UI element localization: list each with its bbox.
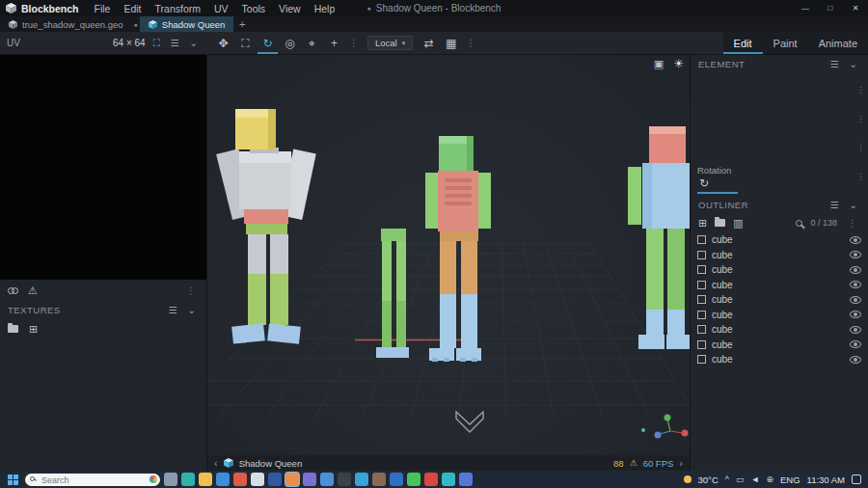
start-button[interactable] xyxy=(4,472,21,487)
menu-view[interactable]: View xyxy=(272,3,308,14)
taskbar-search[interactable] xyxy=(25,474,160,486)
taskbar-app-icon[interactable] xyxy=(164,473,177,486)
uv-warning-icon[interactable]: ⚠ xyxy=(28,285,38,296)
taskbar-app-icon[interactable] xyxy=(233,473,247,486)
model-right-character[interactable] xyxy=(628,126,690,349)
outliner-cube-row[interactable]: cube xyxy=(691,262,868,278)
move-tool[interactable]: ✥ xyxy=(213,33,233,54)
rotate-tool-button[interactable]: ↻ xyxy=(697,177,738,194)
taskbar-app-icon[interactable] xyxy=(372,473,386,486)
minimize-button[interactable]: — xyxy=(793,0,818,16)
menu-edit[interactable]: Edit xyxy=(117,3,148,14)
taskbar-app-icon[interactable] xyxy=(338,473,351,486)
visibility-eye-icon[interactable] xyxy=(850,236,861,244)
toolbar-customize-icon[interactable]: ⋮ xyxy=(346,38,362,48)
outliner-panel-menu-icon[interactable]: ☰ xyxy=(827,200,842,210)
outliner-cube-row[interactable]: cube xyxy=(691,322,868,338)
breadcrumb-forward-icon[interactable]: › xyxy=(679,458,683,469)
menu-tools[interactable]: Tools xyxy=(235,3,273,14)
taskbar-app-icon[interactable] xyxy=(442,473,455,486)
resize-tool[interactable]: ⛶ xyxy=(235,33,256,54)
breadcrumb-back-icon[interactable]: ‹ xyxy=(214,458,218,469)
taskbar-app-icon[interactable] xyxy=(216,473,230,486)
visibility-eye-icon[interactable] xyxy=(850,251,861,258)
uv-panel-collapse-icon[interactable]: ⌄ xyxy=(187,38,201,48)
slider-drag-handle-icon[interactable]: ⋮ xyxy=(856,115,865,123)
toolbar-overflow-icon[interactable]: ⋮ xyxy=(463,38,478,48)
uv-size-value[interactable]: 64 × 64 xyxy=(113,38,146,48)
add-group-icon[interactable] xyxy=(715,219,725,227)
outliner-view-toggle-icon[interactable]: ▥ xyxy=(733,218,743,229)
menu-transform[interactable]: Transform xyxy=(149,3,207,14)
taskbar-app-icon[interactable] xyxy=(303,473,316,486)
maximize-button[interactable]: □ xyxy=(818,0,843,16)
mirror-tool[interactable]: ⇄ xyxy=(419,33,439,54)
warning-count[interactable]: 88 xyxy=(613,458,624,469)
outliner-panel-collapse-icon[interactable]: ⌄ xyxy=(847,200,860,210)
taskbar-app-icon[interactable] xyxy=(390,473,403,486)
outliner-cube-row[interactable]: cube xyxy=(691,278,868,293)
network-icon[interactable]: ⊕ xyxy=(766,475,773,484)
outliner-cube-row[interactable]: cube xyxy=(691,308,868,323)
search-icon[interactable] xyxy=(796,220,802,227)
display-icon[interactable]: ▭ xyxy=(736,475,745,484)
visibility-eye-icon[interactable] xyxy=(850,356,861,364)
taskbar-app-icon[interactable] xyxy=(285,473,299,486)
element-panel-collapse-icon[interactable]: ⌄ xyxy=(847,59,860,69)
weather-sun-icon[interactable] xyxy=(684,475,692,483)
model-middle-character[interactable] xyxy=(425,136,491,362)
rotate-tool[interactable]: ↻ xyxy=(258,33,278,54)
menu-help[interactable]: Help xyxy=(308,3,342,14)
tab-shadow-queen[interactable]: Shadow Queen xyxy=(140,16,234,32)
uv-panel-menu-icon[interactable]: ☰ xyxy=(168,38,182,48)
new-tab-button[interactable]: + xyxy=(233,16,251,32)
outliner-overflow-icon[interactable]: ⋮ xyxy=(845,218,860,229)
visibility-eye-icon[interactable] xyxy=(850,311,861,318)
taskbar-app-icon[interactable] xyxy=(320,473,334,486)
grid-toggle-tool[interactable]: ▦ xyxy=(441,33,461,54)
tab-edit-mode[interactable]: Edit xyxy=(723,32,763,54)
taskbar-app-icon[interactable] xyxy=(355,473,368,486)
slider-drag-handle-icon[interactable]: ⋮ xyxy=(856,144,865,152)
slider-drag-handle-icon[interactable]: ⋮ xyxy=(856,173,865,181)
taskbar-app-icon[interactable] xyxy=(268,473,282,486)
pivot-tool[interactable]: ◎ xyxy=(280,33,300,54)
taskbar-app-icon[interactable] xyxy=(459,473,473,486)
outliner-cube-row[interactable]: cube xyxy=(691,232,868,248)
textures-panel-menu-icon[interactable]: ☰ xyxy=(166,305,180,315)
create-texture-icon[interactable]: ⊞ xyxy=(29,324,38,335)
visibility-eye-icon[interactable] xyxy=(850,326,861,334)
add-cube-icon[interactable]: ⊞ xyxy=(698,218,707,229)
transform-space-dropdown[interactable]: Local ▾ xyxy=(367,36,413,50)
outliner-cube-row[interactable]: cube xyxy=(691,292,868,308)
search-input[interactable] xyxy=(25,474,160,486)
lighting-sun-icon[interactable]: ☀ xyxy=(673,58,684,69)
textures-panel-collapse-icon[interactable]: ⌄ xyxy=(185,305,199,315)
tab-true-shadow-queen-geo[interactable]: true_shadow_queen.geo xyxy=(0,16,132,32)
tab-animate-mode[interactable]: Animate xyxy=(808,32,868,54)
import-texture-icon[interactable] xyxy=(8,325,18,333)
axis-gizmo[interactable] xyxy=(641,415,689,439)
model-left-character[interactable] xyxy=(216,109,316,344)
uv-editor-canvas[interactable] xyxy=(0,55,206,280)
screenshot-icon[interactable]: ▣ xyxy=(654,59,664,69)
hidden-icons-caret[interactable]: ^ xyxy=(725,474,729,484)
menu-uv[interactable]: UV xyxy=(207,3,235,14)
taskbar-app-icon[interactable] xyxy=(251,473,264,486)
visibility-eye-icon[interactable] xyxy=(850,296,861,304)
taskbar-app-icon[interactable] xyxy=(199,473,212,486)
visibility-eye-icon[interactable] xyxy=(850,340,861,348)
language-indicator[interactable]: ENG xyxy=(780,474,800,485)
outliner-cube-row[interactable]: cube xyxy=(691,338,868,353)
link-uv-icon[interactable] xyxy=(8,287,18,294)
weather-temperature[interactable]: 30°C xyxy=(698,474,719,485)
viewport-3d[interactable]: ▣ ☀ ‹ Shadow Queen 88 ⚠ 60 FPS › xyxy=(207,55,690,471)
viewport-canvas[interactable] xyxy=(207,55,690,455)
menu-file[interactable]: File xyxy=(88,3,118,14)
uv-frame-icon[interactable]: ⛶ xyxy=(150,38,163,49)
tab-paint-mode[interactable]: Paint xyxy=(763,32,808,54)
notification-center-icon[interactable] xyxy=(852,474,861,484)
vertex-snap-tool[interactable]: ⌖ xyxy=(302,33,322,54)
uv-tools-overflow-icon[interactable]: ⋮ xyxy=(183,285,199,296)
taskbar-app-icon[interactable] xyxy=(424,473,438,486)
